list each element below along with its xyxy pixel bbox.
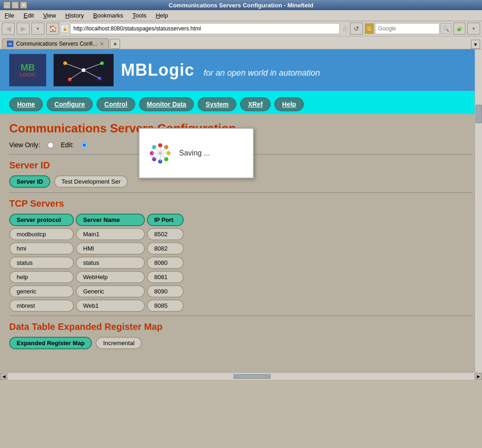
edit-label: Edit: <box>61 141 74 149</box>
tcp-servers-title: TCP Servers <box>9 198 473 209</box>
row-1-name: Main1 <box>76 228 145 240</box>
add-tab-button[interactable]: + <box>110 39 120 49</box>
bookmark-star[interactable]: ☆ <box>342 24 348 33</box>
header-accent <box>0 91 482 95</box>
row-2-name: HMI <box>76 242 145 255</box>
extensions-button[interactable]: 🧩 <box>453 23 465 35</box>
active-tab[interactable]: M Communications Servers Confi... ✕ <box>2 38 109 49</box>
back-button[interactable]: ◀ <box>2 23 15 35</box>
svg-line-5 <box>65 63 84 70</box>
row-4-name: WebHelp <box>76 271 145 283</box>
site-title-group: MBLogic for an open world in automation <box>121 60 320 80</box>
row-3-name: status <box>76 257 145 269</box>
logo-graphic <box>54 54 114 86</box>
site-tagline: for an open world in automation <box>204 68 320 78</box>
maximize-button[interactable]: □ <box>12 1 19 9</box>
server-id-label: Server ID <box>9 175 50 188</box>
search-input[interactable] <box>375 23 440 34</box>
row-5-name: Generic <box>76 285 145 298</box>
table-row: help WebHelp 8081 <box>9 271 473 283</box>
table-row: mbrest Web1 8085 <box>9 299 473 312</box>
scroll-right-button[interactable]: ▶ <box>475 373 482 380</box>
view-only-radio[interactable] <box>48 142 54 148</box>
view-only-label: View Only: <box>9 141 40 149</box>
scrollbar[interactable] <box>475 49 482 372</box>
logo-logic-text: LOGIC <box>20 72 36 78</box>
toolbar: ◀ ▶ ▼ 🏠 🔒 ☆ ↺ G 🔍 🧩 ▼ <box>0 21 482 36</box>
logo-box: MB LOGIC <box>9 54 46 86</box>
forward-button[interactable]: ▶ <box>17 23 30 35</box>
nav-xref[interactable]: XRef <box>240 97 271 111</box>
menu-bar: File Edit View History Bookmarks Tools H… <box>0 10 482 21</box>
tab-close[interactable]: ✕ <box>100 41 104 47</box>
header-port: IP Port <box>147 214 184 226</box>
svg-line-19 <box>160 148 166 153</box>
logo-svg <box>56 56 111 84</box>
scroll-left-button[interactable]: ◀ <box>0 373 7 380</box>
home-button[interactable]: 🏠 <box>46 23 59 35</box>
row-1-protocol: modbustcp <box>9 228 74 240</box>
logo-inner: MB LOGIC <box>20 63 36 78</box>
row-3-port: 8080 <box>147 257 184 269</box>
nav-bar: Home Configure Control Monitor Data Syst… <box>0 95 482 114</box>
scroll-thumb[interactable] <box>476 105 482 123</box>
menu-help[interactable]: Help <box>153 11 171 20</box>
tab-label: Communications Servers Confi... <box>16 41 97 47</box>
nav-home[interactable]: Home <box>9 97 43 111</box>
svg-line-7 <box>70 70 84 79</box>
url-input[interactable] <box>70 23 340 34</box>
close-button[interactable]: ✕ <box>20 1 27 9</box>
menu-view[interactable]: View <box>40 11 59 20</box>
window-controls[interactable]: _ □ ✕ <box>1 1 29 9</box>
nav-monitor-data[interactable]: Monitor Data <box>139 97 194 111</box>
forward-dropdown[interactable]: ▼ <box>31 23 44 35</box>
reload-button[interactable]: ↺ <box>350 23 363 35</box>
saving-text: Saving ... <box>179 149 210 157</box>
spinner-svg <box>149 142 172 165</box>
title-bar: _ □ ✕ Communications Servers Configurati… <box>0 0 482 10</box>
nav-control[interactable]: Control <box>96 97 135 111</box>
scroll-h-thumb[interactable] <box>234 374 271 379</box>
row-3-protocol: status <box>9 257 74 269</box>
minimize-button[interactable]: _ <box>3 1 11 9</box>
scroll-track <box>7 374 475 379</box>
row-6-port: 8085 <box>147 299 184 312</box>
row-6-protocol: mbrest <box>9 299 74 312</box>
url-favicon: 🔒 <box>61 25 68 32</box>
menu-tools[interactable]: Tools <box>130 11 149 20</box>
table-row: status status 8080 <box>9 257 473 269</box>
row-4-protocol: help <box>9 271 74 283</box>
expanded-register-label: Expanded Register Map <box>9 337 92 349</box>
table-row: generic Generic 8090 <box>9 285 473 298</box>
edit-radio[interactable] <box>81 142 87 148</box>
search-submit-button[interactable]: 🔍 <box>440 23 452 34</box>
window-title: Communications Servers Configuration - M… <box>29 2 453 9</box>
menu-history[interactable]: History <box>62 11 86 20</box>
nav-help[interactable]: Help <box>274 97 304 111</box>
divider-3 <box>9 316 473 316</box>
overflow-button[interactable]: ▼ <box>467 23 480 35</box>
horizontal-scrollbar[interactable]: ◀ ▶ <box>0 372 482 380</box>
svg-line-23 <box>155 153 160 159</box>
spinner <box>149 142 172 165</box>
logo-mb-text: MB <box>20 63 36 72</box>
row-5-protocol: generic <box>9 285 74 298</box>
header-name: Server Name <box>76 214 145 226</box>
data-table-title: Data Table Expanded Register Map <box>9 322 473 332</box>
nav-system[interactable]: System <box>198 97 236 111</box>
svg-line-25 <box>155 148 160 153</box>
search-engine-icon[interactable]: G <box>365 23 374 34</box>
nav-configure[interactable]: Configure <box>47 97 93 111</box>
tab-favicon: M <box>7 41 13 47</box>
tabs-overflow-button[interactable]: ▼ <box>471 40 480 49</box>
url-bar-container: 🔒 ☆ ↺ <box>61 23 363 35</box>
expanded-row: Expanded Register Map Incremental <box>9 337 473 349</box>
page-content: MB LOGIC MBLogic for an open world in au… <box>0 49 482 372</box>
tcp-table-header: Server protocol Server Name IP Port <box>9 214 473 226</box>
row-5-port: 8090 <box>147 285 184 298</box>
menu-bookmarks[interactable]: Bookmarks <box>90 11 126 20</box>
menu-edit[interactable]: Edit <box>21 11 36 20</box>
row-2-port: 8082 <box>147 242 184 255</box>
menu-file[interactable]: File <box>2 11 17 20</box>
svg-line-21 <box>160 153 166 159</box>
